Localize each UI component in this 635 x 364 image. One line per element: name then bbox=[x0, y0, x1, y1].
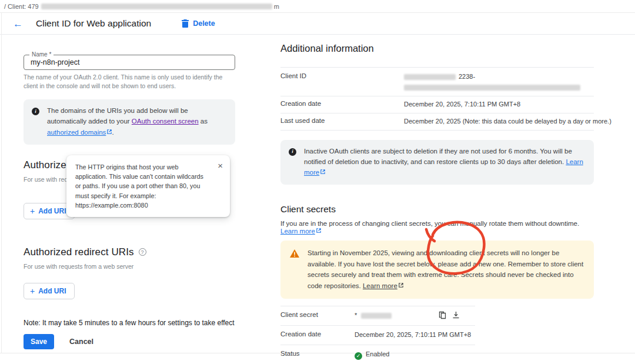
info-icon: i bbox=[32, 108, 39, 115]
secret-mask-prefix: * bbox=[355, 312, 357, 319]
breadcrumb: / Client: 479 m bbox=[0, 0, 635, 13]
last-used-date-value: December 20, 2025 (Note: this data could… bbox=[404, 117, 611, 126]
table-row: Last used date December 20, 2025 (Note: … bbox=[280, 113, 594, 131]
client-secret-label: Client secret bbox=[280, 311, 355, 318]
secrets-warning-text-wrap: Starting in November 2025, viewing and d… bbox=[308, 248, 584, 292]
external-link-icon bbox=[316, 227, 321, 234]
inactive-clients-info-box: i Inactive OAuth clients are subject to … bbox=[280, 140, 594, 185]
redacted-value bbox=[404, 85, 580, 91]
info-icon: i bbox=[289, 148, 296, 156]
delete-button-label: Delete bbox=[193, 19, 215, 28]
secret-actions bbox=[439, 311, 475, 319]
add-uri-label: Add URI bbox=[38, 287, 66, 295]
client-id-label: Client ID bbox=[280, 72, 404, 79]
name-field-helper: The name of your OAuth 2.0 client. This … bbox=[24, 73, 235, 90]
secrets-warning-text: Starting in November 2025, viewing and d… bbox=[308, 249, 583, 289]
js-origins-tooltip: The HTTP origins that host your web appl… bbox=[66, 155, 230, 217]
settings-delay-note: Note: It may take 5 minutes to a few hou… bbox=[24, 319, 235, 327]
redacted-value bbox=[404, 74, 456, 80]
redirect-uris-subtitle: For use with requests from a web server bbox=[24, 263, 235, 270]
client-secrets-description: If you are in the process of changing cl… bbox=[280, 220, 594, 235]
breadcrumb-client-suffix: m bbox=[274, 3, 279, 10]
inactive-note-text: Inactive OAuth clients are subject to de… bbox=[304, 148, 572, 165]
client-info-table: Client ID 2238- Creation date December 2… bbox=[280, 67, 594, 131]
secrets-desc-text: If you are in the process of changing cl… bbox=[280, 220, 579, 227]
add-uri-label: Add URI bbox=[38, 207, 66, 215]
plus-icon: + bbox=[30, 206, 35, 216]
secrets-warning-box: Starting in November 2025, viewing and d… bbox=[280, 241, 594, 299]
enabled-check-icon: ✓ bbox=[355, 352, 362, 360]
save-button[interactable]: Save bbox=[24, 334, 54, 349]
tooltip-text: The HTTP origins that host your web appl… bbox=[75, 163, 203, 209]
add-redirect-uri-button[interactable]: + Add URI bbox=[24, 283, 75, 299]
cancel-button[interactable]: Cancel bbox=[69, 338, 93, 346]
inactive-clients-text: Inactive OAuth clients are subject to de… bbox=[304, 146, 586, 178]
external-link-icon bbox=[320, 167, 325, 178]
close-icon[interactable]: × bbox=[218, 161, 223, 170]
external-link-icon bbox=[399, 280, 403, 290]
domains-note-middle: as bbox=[199, 118, 208, 125]
page-header: ← Client ID for Web application Delete bbox=[0, 13, 635, 35]
creation-date-value: December 20, 2025, 7:10:11 PM GMT+8 bbox=[404, 100, 594, 109]
breadcrumb-client-prefix: / Client: 479 bbox=[4, 3, 39, 10]
secrets-learn-more-link[interactable]: Learn more bbox=[280, 228, 315, 235]
plus-icon: + bbox=[30, 286, 35, 296]
oauth-client-page: / Client: 479 m ← Client ID for Web appl… bbox=[0, 0, 635, 364]
domains-info-text: The domains of the URIs you add below wi… bbox=[47, 106, 227, 138]
download-icon[interactable] bbox=[452, 311, 460, 319]
redirect-uris-heading: Authorized redirect URIs ? bbox=[24, 246, 235, 258]
authorized-domains-link[interactable]: authorized domains bbox=[47, 129, 106, 136]
help-icon[interactable]: ? bbox=[139, 248, 146, 256]
table-row: Client secret * bbox=[280, 306, 475, 325]
page-title: Client ID for Web application bbox=[36, 18, 151, 29]
secret-creation-date-value: December 20, 2025, 7:10:11 PM GMT+8 bbox=[355, 330, 475, 340]
secret-status-label: Status bbox=[280, 350, 355, 357]
warning-icon bbox=[290, 249, 299, 258]
client-id-value: 2238- bbox=[404, 72, 594, 91]
status-enabled-text: Enabled bbox=[366, 350, 389, 358]
client-id-visible-part: 2238- bbox=[459, 73, 475, 80]
name-field-label: Name * bbox=[29, 51, 54, 58]
secret-creation-date-label: Creation date bbox=[280, 330, 355, 338]
oauth-consent-screen-link[interactable]: OAuth consent screen bbox=[132, 118, 199, 125]
client-name-field[interactable]: Name * my-n8n-project bbox=[24, 55, 235, 70]
client-secrets-title: Client secrets bbox=[280, 204, 594, 215]
form-actions: Save Cancel bbox=[24, 334, 235, 349]
creation-date-label: Creation date bbox=[280, 100, 404, 107]
left-edge-divider bbox=[1, 13, 2, 353]
domains-info-box: i The domains of the URIs you add below … bbox=[24, 99, 235, 144]
back-arrow-icon[interactable]: ← bbox=[13, 19, 23, 29]
additional-information-column: Additional information Client ID 2238- C… bbox=[280, 43, 594, 364]
table-row: Status ✓Enabled bbox=[280, 345, 475, 364]
name-field-value: my-n8n-project bbox=[31, 58, 79, 66]
additional-information-title: Additional information bbox=[280, 43, 594, 54]
client-secret-value: * bbox=[355, 311, 439, 320]
delete-button[interactable]: Delete bbox=[182, 19, 215, 28]
redacted-client-id bbox=[41, 4, 272, 9]
trash-icon bbox=[182, 19, 189, 28]
warning-learn-more-link[interactable]: Learn more bbox=[363, 282, 397, 289]
redacted-value bbox=[361, 313, 392, 319]
redirect-uris-title: Authorized redirect URIs bbox=[24, 246, 134, 258]
table-row: Creation date December 20, 2025, 7:10:11… bbox=[280, 96, 594, 113]
copy-icon[interactable] bbox=[439, 311, 446, 319]
table-row: Creation date December 20, 2025, 7:10:11… bbox=[280, 325, 475, 345]
domains-note-after: . bbox=[112, 129, 113, 136]
secret-status-value: ✓Enabled bbox=[355, 350, 475, 360]
last-used-date-label: Last used date bbox=[280, 117, 404, 124]
client-secret-table: Client secret * Creation date December 2… bbox=[280, 306, 475, 364]
table-row: Client ID 2238- bbox=[280, 67, 594, 96]
